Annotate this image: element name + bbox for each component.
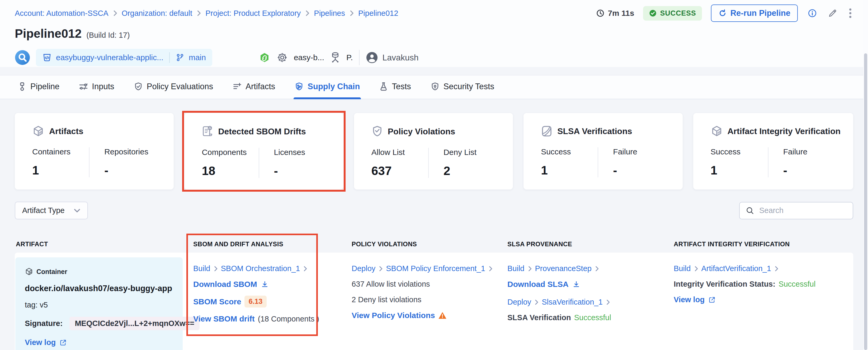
metric-components: Components 18 <box>202 148 258 178</box>
slsa-verification-status: Successful <box>574 313 611 322</box>
download-icon <box>572 280 580 288</box>
chevron-right-icon <box>534 299 538 305</box>
card-artifacts: Artifacts Containers 1 Repositories - <box>15 113 174 190</box>
git-branch-icon <box>176 53 185 62</box>
breadcrumb-account[interactable]: Account: Automation-SSCA <box>15 9 108 18</box>
chevron-right-icon <box>528 266 532 272</box>
module-icon <box>15 50 30 65</box>
chevron-right-icon <box>113 10 118 17</box>
view-log-link[interactable]: View log <box>674 295 716 304</box>
step-link-artifact-verification[interactable]: ArtifactVerification_1 <box>702 264 771 273</box>
metric-licenses: Licenses - <box>259 148 331 178</box>
allow-list-violations: 637 Allow list violations <box>352 280 430 288</box>
chevron-right-icon <box>305 10 310 17</box>
sbom-drift-components: (18 Components ) <box>258 315 319 323</box>
download-slsa-link[interactable]: Download SLSA <box>507 280 580 289</box>
step-link-policy-enforcement[interactable]: SBOM Policy Enforcement_1 <box>386 264 485 273</box>
tab-tests[interactable]: Tests <box>378 76 412 99</box>
chevron-right-icon <box>349 10 354 17</box>
tab-policy-evaluations[interactable]: Policy Evaluations <box>133 76 214 99</box>
tab-artifacts[interactable]: Artifacts <box>231 76 276 99</box>
sbom-score-link[interactable]: SBOM Score <box>193 297 241 306</box>
tab-supply-chain[interactable]: Supply Chain <box>293 76 361 99</box>
scrollbar-thumb[interactable] <box>864 53 867 350</box>
artifact-cell: Container docker.io/lavakush07/easy-bugg… <box>15 255 190 350</box>
stage-link-build[interactable]: Build <box>193 264 210 273</box>
chevron-right-icon <box>488 266 493 272</box>
col-header-integrity: ARTIFACT INTEGRITY VERIFICATION <box>671 241 853 248</box>
branch-name[interactable]: main <box>189 53 206 62</box>
edit-pencil-icon[interactable] <box>827 7 838 19</box>
search-icon <box>745 206 754 215</box>
user-group: Lavakush <box>366 52 418 64</box>
col-header-artifact: ARTIFACT <box>15 241 190 248</box>
cube-icon <box>711 125 723 137</box>
signature-value: MEQCICde2Vjl...L+2+mqnOXw== <box>69 317 199 330</box>
status-text: SUCCESS <box>660 9 696 18</box>
view-log-link[interactable]: View log <box>25 338 67 347</box>
page-title: Pipeline012 <box>15 26 82 41</box>
tab-security-tests[interactable]: Security Tests <box>430 76 495 99</box>
check-circle-icon <box>649 9 657 17</box>
stage-link-deploy[interactable]: Deploy <box>352 264 375 273</box>
tab-pipeline[interactable]: Pipeline <box>17 76 60 99</box>
breadcrumb-current[interactable]: Pipeline012 <box>358 9 398 18</box>
chevron-down-icon <box>74 208 81 213</box>
trigger-short-name[interactable]: P. <box>346 53 353 62</box>
rerun-pipeline-button[interactable]: Re-run Pipeline <box>711 4 798 22</box>
step-link-slsa-verification[interactable]: SlsaVerification_1 <box>542 298 603 307</box>
stage-link-deploy[interactable]: Deploy <box>507 298 531 307</box>
tab-bar: Pipeline Inputs Policy Evaluations Artif… <box>0 75 868 99</box>
summary-cards: Artifacts Containers 1 Repositories - De… <box>15 113 853 190</box>
breadcrumb-organization[interactable]: Organization: default <box>122 9 192 18</box>
metric-containers: Containers 1 <box>32 147 89 178</box>
col-header-policy: POLICY VIOLATIONS <box>348 241 504 248</box>
build-id: (Build Id: 17) <box>86 31 130 40</box>
chevron-right-icon <box>303 266 307 272</box>
metric-slsa-failure: Failure - <box>598 147 670 178</box>
user-name: Lavakush <box>382 53 418 63</box>
step-link-provenance[interactable]: ProvenanceStep <box>535 264 592 273</box>
col-header-slsa: SLSA PROVENANCE <box>504 241 671 248</box>
download-sbom-link[interactable]: Download SBOM <box>193 280 269 289</box>
breadcrumb-project[interactable]: Project: Product Exploratory <box>206 9 301 18</box>
integrity-status-value: Successful <box>778 280 815 288</box>
status-badge: SUCCESS <box>643 6 702 21</box>
external-link-icon <box>59 339 67 346</box>
card-slsa-verifications: SLSA Verifications Success 1 Failure - <box>524 113 682 190</box>
clock-icon <box>596 9 604 18</box>
col-header-sbom: SBOM AND DRIFT ANALYSIS <box>190 241 348 248</box>
card-policy-violations: Policy Violations Allow List 637 Deny Li… <box>354 113 513 190</box>
chevron-right-icon <box>774 266 778 272</box>
metric-repositories: Repositories - <box>89 147 161 178</box>
info-icon[interactable] <box>807 8 818 19</box>
page-header: Account: Automation-SSCA Organization: d… <box>0 0 868 67</box>
shield-check-icon <box>371 125 383 138</box>
metric-allow-list: Allow List 637 <box>371 148 428 178</box>
cube-icon <box>25 267 33 276</box>
view-policy-violations-link[interactable]: View Policy Violations <box>352 311 435 320</box>
sbom-drift-cell: Build SBOM Orchestration_1 Download SBOM… <box>190 255 348 350</box>
artifact-type-dropdown[interactable]: Artifact Type <box>15 202 88 219</box>
stage-link-build[interactable]: Build <box>507 264 525 273</box>
breadcrumb-pipelines[interactable]: Pipelines <box>314 9 345 18</box>
deny-list-violations: 2 Deny list violations <box>352 295 421 304</box>
slsa-provenance-cell: Build ProvenanceStep Download SLSA Deplo… <box>504 255 671 350</box>
sbom-score-badge: 6.13 <box>244 296 267 308</box>
table-header-row: ARTIFACT SBOM AND DRIFT ANALYSIS POLICY … <box>15 241 853 253</box>
view-sbom-drift-link[interactable]: View SBOM drift <box>193 314 255 323</box>
policy-violations-cell: Deploy SBOM Policy Enforcement_1 637 All… <box>348 255 504 350</box>
trigger-pipeline-name[interactable]: easy-b... <box>294 53 324 62</box>
refresh-icon <box>718 9 727 18</box>
search-input[interactable] <box>759 206 847 215</box>
gear-icon <box>276 52 288 63</box>
repo-name[interactable]: easybuggy-vulnerable-applic... <box>56 53 163 62</box>
step-link-sbom-orchestration[interactable]: SBOM Orchestration_1 <box>221 264 300 273</box>
metric-deny-list: Deny List 2 <box>428 148 500 178</box>
vertical-scrollbar[interactable] <box>863 0 868 350</box>
stage-link-build[interactable]: Build <box>674 264 691 273</box>
chevron-right-icon <box>595 266 599 272</box>
more-options-kebab-icon[interactable] <box>847 7 853 20</box>
cube-icon <box>32 125 44 137</box>
tab-inputs[interactable]: Inputs <box>78 76 115 99</box>
